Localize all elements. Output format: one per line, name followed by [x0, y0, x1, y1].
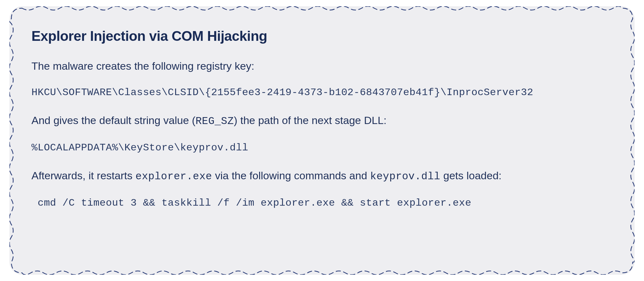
section-title: Explorer Injection via COM Hijacking: [31, 28, 613, 44]
p2-text-a: And gives the default string value (: [31, 114, 196, 126]
info-card: Explorer Injection via COM Hijacking The…: [9, 6, 635, 275]
dll-path-code: %LOCALAPPDATA%\KeyStore\keyprov.dll: [31, 140, 613, 155]
p3-text-c: gets loaded:: [440, 170, 502, 181]
explorer-exe-code: explorer.exe: [136, 171, 212, 182]
p2-text-b: ) the path of the next stage DLL:: [234, 114, 386, 126]
paragraph-3: Afterwards, it restarts explorer.exe via…: [31, 168, 613, 184]
p3-text-a: Afterwards, it restarts: [31, 170, 136, 181]
p3-text-b: via the following commands and: [212, 170, 370, 181]
paragraph-2: And gives the default string value (REG_…: [31, 113, 613, 129]
cmd-command-code: cmd /C timeout 3 && taskkill /f /im expl…: [31, 196, 613, 211]
registry-key-code: HKCU\SOFTWARE\Classes\CLSID\{2155fee3-24…: [31, 85, 613, 100]
paragraph-1: The malware creates the following regist…: [31, 58, 613, 74]
reg-sz-code: REG_SZ: [196, 116, 234, 127]
keyprov-dll-code: keyprov.dll: [370, 171, 440, 182]
